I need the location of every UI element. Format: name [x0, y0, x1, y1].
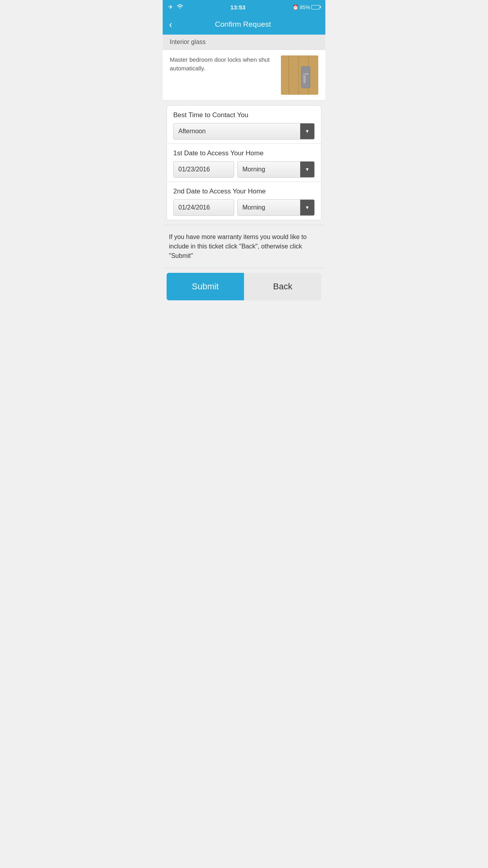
first-date-time-arrow-icon[interactable] [300, 162, 314, 177]
page-title: Confirm Request [177, 20, 309, 29]
contact-time-arrow-icon[interactable] [300, 123, 314, 139]
first-date-field[interactable]: 01/23/2016 [173, 161, 234, 178]
back-button[interactable]: ‹ [169, 19, 172, 29]
second-date-row: 01/24/2016 Morning [173, 199, 315, 216]
issue-category: Interior glass [163, 35, 325, 50]
contact-time-dropdown[interactable]: Afternoon [173, 123, 315, 140]
back-button-footer[interactable]: Back [244, 273, 321, 300]
status-left: ✈ [168, 4, 183, 11]
svg-rect-0 [281, 55, 318, 95]
alarm-icon: ⏰ [292, 4, 299, 10]
first-date-time-value: Morning [238, 166, 300, 173]
svg-rect-7 [301, 66, 310, 88]
contact-time-title: Best Time to Contact You [173, 111, 315, 119]
second-date-time-arrow-icon[interactable] [300, 200, 314, 215]
main-content: Interior glass Master bedroom door locks… [163, 35, 325, 300]
first-date-time-dropdown[interactable]: Morning [237, 161, 315, 178]
footer-buttons: Submit Back [163, 273, 325, 300]
issue-card-body: Master bedroom door locks when shut auto… [163, 50, 325, 100]
second-date-field[interactable]: 01/24/2016 [173, 199, 234, 216]
second-date-title: 2nd Date to Access Your Home [173, 188, 315, 195]
battery-percentage: 85% [300, 4, 310, 10]
notice-section: If you have more warranty items you woul… [163, 225, 325, 268]
status-bar: ✈ 13:53 ⏰ 85% [163, 0, 325, 14]
wifi-icon [176, 4, 183, 10]
battery-bar [311, 5, 320, 9]
contact-time-section: Best Time to Contact You Afternoon [167, 106, 321, 144]
issue-card: Interior glass Master bedroom door locks… [163, 35, 325, 101]
battery-indicator: ⏰ 85% [292, 4, 320, 10]
status-time: 13:53 [230, 4, 245, 11]
issue-description: Master bedroom door locks when shut auto… [170, 55, 281, 95]
schedule-card: Best Time to Contact You Afternoon 1st D… [167, 105, 321, 220]
issue-image [281, 55, 318, 95]
first-date-title: 1st Date to Access Your Home [173, 149, 315, 157]
notice-text: If you have more warranty items you woul… [169, 232, 319, 261]
contact-time-value: Afternoon [174, 128, 300, 135]
second-date-time-dropdown[interactable]: Morning [237, 199, 315, 216]
header: ‹ Confirm Request [163, 14, 325, 35]
first-date-section: 1st Date to Access Your Home 01/23/2016 … [167, 144, 321, 182]
second-date-section: 2nd Date to Access Your Home 01/24/2016 … [167, 182, 321, 220]
airplane-icon: ✈ [168, 4, 173, 11]
submit-button[interactable]: Submit [167, 273, 244, 300]
first-date-row: 01/23/2016 Morning [173, 161, 315, 178]
second-date-time-value: Morning [238, 204, 300, 211]
